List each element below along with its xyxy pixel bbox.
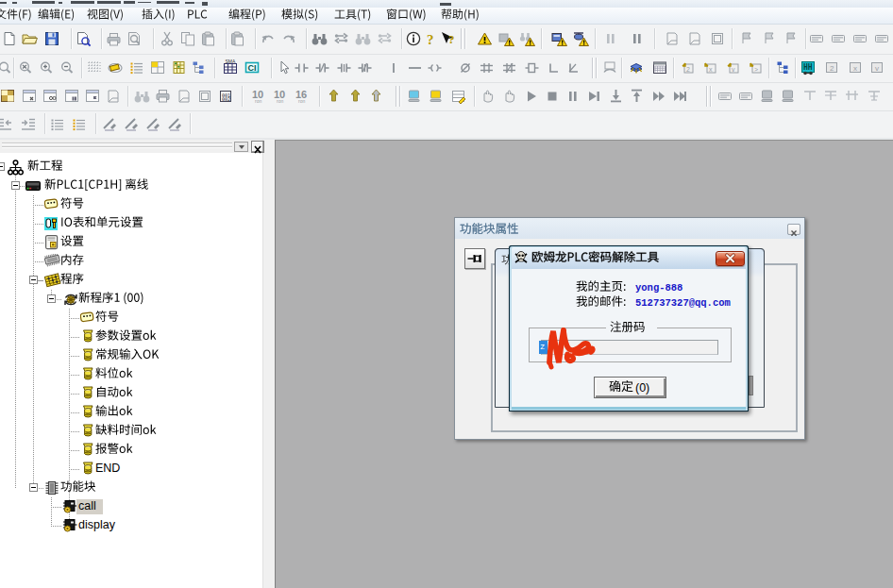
svg-text:?: ? xyxy=(427,32,434,47)
svg-text:SMA: SMA xyxy=(226,59,237,64)
svg-text:x: x xyxy=(709,66,713,73)
svg-text:?: ? xyxy=(448,32,455,46)
svg-text:ron: ron xyxy=(255,98,261,104)
svg-text:v: v xyxy=(875,64,879,73)
svg-text:v: v xyxy=(732,66,735,73)
svg-text:HH: HH xyxy=(803,63,813,72)
svg-text:ron: ron xyxy=(298,98,305,104)
svg-text:>: > xyxy=(754,66,758,73)
svg-text:001002: 001002 xyxy=(222,92,230,102)
svg-text:2: 2 xyxy=(686,66,690,73)
svg-text:CI: CI xyxy=(248,63,257,73)
svg-text:2: 2 xyxy=(830,64,834,73)
svg-text:ron: ron xyxy=(277,98,283,104)
svg-text:x: x xyxy=(853,64,857,73)
